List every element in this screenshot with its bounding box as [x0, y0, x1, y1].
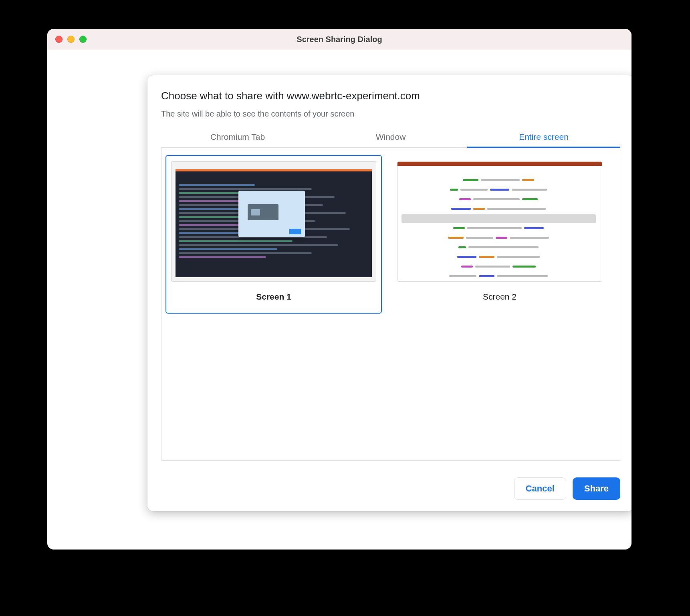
close-icon[interactable] — [55, 36, 63, 43]
dialog-title: Choose what to share with www.webrtc-exp… — [161, 90, 620, 102]
screen-label-2: Screen 2 — [397, 292, 602, 302]
tab-entire-screen[interactable]: Entire screen — [467, 129, 620, 147]
screen-thumbnail-2 — [397, 161, 602, 282]
window-title: Screen Sharing Dialog — [47, 35, 631, 44]
dialog-subtitle: The site will be able to see the content… — [161, 109, 620, 119]
minimize-icon[interactable] — [67, 36, 75, 43]
traffic-lights — [55, 36, 87, 43]
tab-window[interactable]: Window — [314, 129, 467, 147]
titlebar: Screen Sharing Dialog — [47, 29, 631, 50]
screen-label-1: Screen 1 — [171, 292, 376, 302]
dialog-footer: Cancel Share — [161, 477, 620, 500]
screen-option-1[interactable]: Screen 1 — [165, 155, 382, 314]
fullscreen-icon[interactable] — [79, 36, 87, 43]
screens-list: Screen 1 — [161, 148, 620, 461]
share-dialog: Choose what to share with www.webrtc-exp… — [147, 75, 631, 511]
screen-thumbnail-1 — [171, 161, 376, 282]
browser-window: Screen Sharing Dialog Choose what to sha… — [47, 29, 631, 550]
screen-option-2[interactable]: Screen 2 — [391, 155, 608, 314]
tab-chromium-tab[interactable]: Chromium Tab — [161, 129, 314, 147]
tab-bar: Chromium Tab Window Entire screen — [161, 129, 620, 148]
cancel-button[interactable]: Cancel — [514, 477, 566, 500]
share-button[interactable]: Share — [573, 477, 620, 500]
